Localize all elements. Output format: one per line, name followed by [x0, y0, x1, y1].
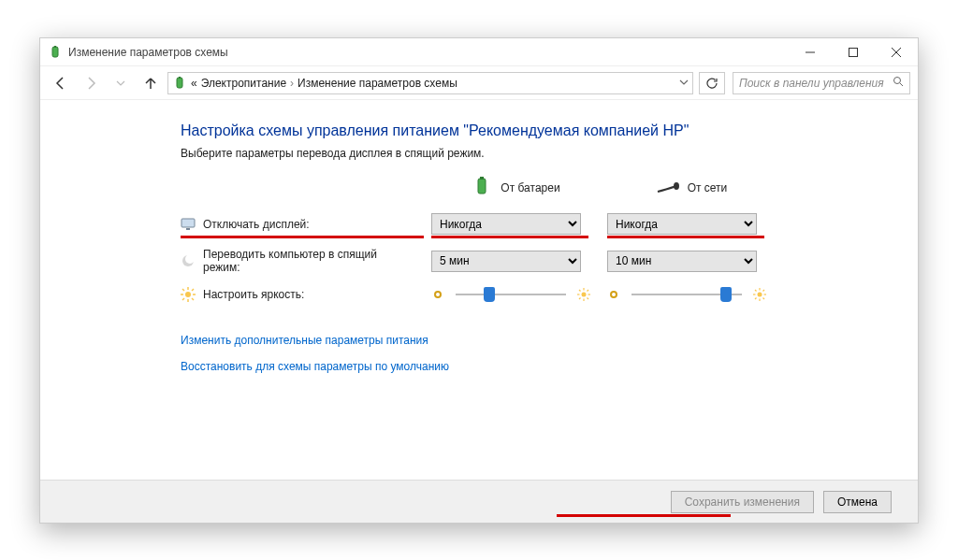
sun-icon: [181, 287, 196, 302]
svg-rect-10: [478, 179, 486, 194]
svg-rect-13: [181, 219, 195, 227]
columns-header: От батареи От сети: [181, 175, 905, 200]
annotation-redline: [181, 236, 424, 238]
column-plugged: От сети: [607, 179, 776, 196]
svg-line-24: [192, 289, 194, 291]
svg-rect-1: [54, 46, 56, 48]
svg-line-45: [755, 298, 757, 300]
svg-line-32: [579, 290, 581, 292]
svg-line-25: [182, 298, 184, 300]
save-button[interactable]: Сохранить изменения: [671, 491, 814, 513]
up-button[interactable]: [138, 70, 164, 96]
slider-thumb[interactable]: [720, 287, 732, 302]
page-title: Настройка схемы управления питанием "Рек…: [181, 122, 905, 139]
annotation-redline: [557, 514, 731, 517]
content: Настройка схемы управления питанием "Рек…: [40, 100, 918, 373]
display-off-battery-select[interactable]: 1 мин2 мин3 мин5 мин10 мин15 мин20 мин25…: [431, 213, 581, 235]
power-options-icon: [172, 76, 187, 91]
svg-point-37: [758, 293, 762, 297]
page-subtitle: Выберите параметры перевода дисплея в сп…: [181, 147, 905, 160]
svg-line-22: [182, 289, 184, 291]
svg-point-27: [582, 293, 587, 297]
search-input[interactable]: Поиск в панели управления: [733, 72, 910, 94]
brightness-battery-slider[interactable]: [431, 288, 590, 301]
address-bar[interactable]: « Электропитание › Изменение параметров …: [167, 72, 693, 94]
svg-rect-14: [186, 228, 190, 230]
svg-rect-11: [480, 177, 484, 179]
breadcrumb-prefix: «: [191, 77, 197, 90]
slider-track[interactable]: [450, 288, 572, 301]
column-plugged-label: От сети: [688, 181, 728, 194]
row-label-brightness: Настроить яркость:: [181, 287, 424, 302]
cancel-button[interactable]: Отмена: [823, 491, 892, 513]
nav-row: « Электропитание › Изменение параметров …: [40, 66, 918, 100]
sun-dim-icon: [431, 288, 444, 301]
svg-point-16: [185, 254, 195, 264]
display-off-plugged-select[interactable]: 1 мин2 мин3 мин5 мин10 мин15 мин20 мин25…: [607, 213, 757, 235]
svg-rect-0: [52, 47, 58, 57]
row-sleep: Переводить компьютер в спящий режим: 1 м…: [181, 248, 905, 274]
sleep-battery-select[interactable]: 1 мин2 мин3 мин5 мин10 мин15 мин20 мин25…: [431, 251, 581, 272]
recent-locations-button[interactable]: [108, 70, 134, 96]
search-icon: [893, 76, 904, 90]
svg-point-26: [435, 292, 441, 297]
svg-line-34: [588, 290, 589, 292]
titlebar: Изменение параметров схемы: [40, 38, 918, 66]
svg-line-44: [763, 290, 765, 292]
slider-thumb[interactable]: [484, 287, 495, 302]
plug-icon: [656, 179, 680, 196]
brightness-plugged-slider[interactable]: [607, 288, 766, 301]
svg-line-43: [763, 298, 765, 300]
refresh-button[interactable]: [699, 72, 725, 94]
close-button[interactable]: [875, 38, 918, 66]
footer: Сохранить изменения Отмена: [40, 480, 918, 523]
column-battery-label: От батареи: [501, 181, 559, 194]
row-display-off-text: Отключать дисплей:: [203, 218, 310, 231]
svg-rect-7: [179, 77, 181, 79]
svg-rect-6: [177, 78, 182, 88]
svg-point-8: [894, 78, 901, 84]
chevron-down-icon[interactable]: [679, 77, 689, 90]
svg-line-33: [588, 298, 589, 300]
chevron-right-icon: ›: [290, 77, 294, 90]
svg-point-17: [185, 292, 191, 297]
sun-bright-icon: [577, 288, 590, 301]
svg-line-9: [900, 83, 903, 86]
monitor-icon: [181, 217, 196, 232]
column-battery: От батареи: [431, 175, 600, 200]
advanced-settings-link[interactable]: Изменить дополнительные параметры питани…: [181, 334, 905, 347]
sun-bright-icon: [753, 288, 766, 301]
svg-rect-3: [849, 48, 858, 56]
row-brightness: Настроить яркость:: [181, 287, 905, 302]
minimize-button[interactable]: [789, 38, 832, 66]
svg-point-36: [611, 292, 617, 297]
restore-defaults-link[interactable]: Восстановить для схемы параметры по умол…: [181, 360, 905, 373]
sun-dim-icon: [607, 288, 620, 301]
window-controls: [789, 38, 918, 66]
svg-line-23: [192, 298, 194, 300]
window-title: Изменение параметров схемы: [68, 46, 228, 59]
svg-line-42: [755, 290, 757, 292]
maximize-button[interactable]: [832, 38, 875, 66]
row-label-display-off: Отключать дисплей:: [181, 217, 424, 232]
row-display-off: Отключать дисплей: 1 мин2 мин3 мин5 мин1…: [181, 213, 905, 235]
annotation-redline: [607, 236, 764, 238]
moon-icon: [181, 253, 196, 268]
row-label-sleep: Переводить компьютер в спящий режим:: [181, 248, 424, 274]
svg-line-35: [579, 298, 581, 300]
breadcrumb-leaf[interactable]: Изменение параметров схемы: [298, 77, 457, 90]
back-button[interactable]: [48, 70, 74, 96]
annotation-redline: [431, 236, 588, 238]
sleep-plugged-select[interactable]: 1 мин2 мин3 мин5 мин10 мин15 мин20 мин25…: [607, 251, 757, 272]
row-sleep-text: Переводить компьютер в спящий режим:: [203, 248, 399, 274]
forward-button[interactable]: [78, 70, 104, 96]
breadcrumb-root[interactable]: Электропитание: [201, 77, 286, 90]
battery-icon: [471, 175, 493, 200]
power-options-icon: [48, 45, 63, 60]
search-placeholder: Поиск в панели управления: [739, 77, 884, 90]
window: Изменение параметров схемы: [39, 37, 919, 524]
links: Изменить дополнительные параметры питани…: [181, 334, 905, 373]
slider-track[interactable]: [626, 288, 748, 301]
row-brightness-text: Настроить яркость:: [203, 288, 304, 301]
